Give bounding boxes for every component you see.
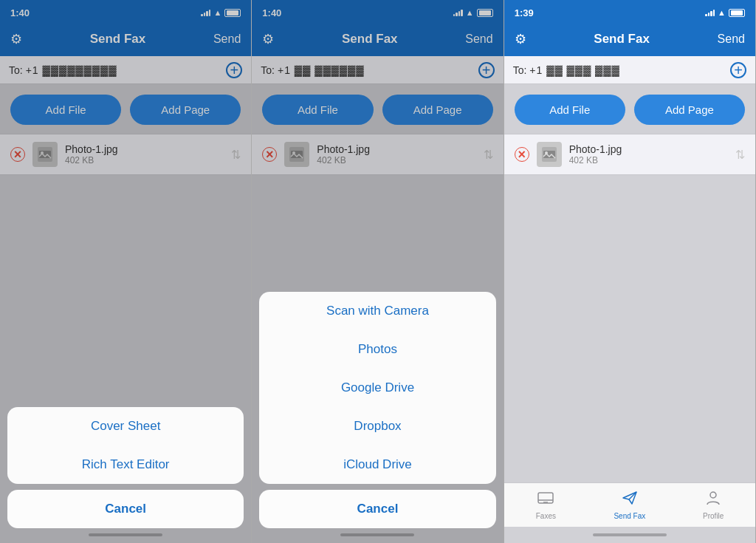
add-page-button-3[interactable]: Add Page bbox=[634, 95, 745, 125]
send-button-3[interactable]: Send bbox=[718, 33, 745, 46]
battery-icon-3 bbox=[729, 9, 745, 17]
tab-faxes[interactable]: Faxes bbox=[504, 483, 588, 527]
action-sheet-1: Cover Sheet Rich Text Editor Cancel bbox=[0, 401, 251, 543]
person-icon bbox=[704, 490, 722, 506]
file-thumbnail-3 bbox=[537, 142, 562, 167]
action-sheet-group-1: Cover Sheet Rich Text Editor bbox=[7, 407, 244, 484]
add-file-button-3[interactable]: Add File bbox=[515, 95, 625, 125]
action-sheet-cancel-1: Cancel bbox=[7, 490, 244, 528]
home-bar-3 bbox=[593, 533, 667, 536]
profile-icon bbox=[704, 490, 722, 510]
file-name-3: Photo-1.jpg bbox=[569, 143, 735, 155]
dropbox-button[interactable]: Dropbox bbox=[259, 407, 495, 445]
status-bar-3: 1:39 ▲ bbox=[504, 0, 755, 24]
file-item-3: × Photo-1.jpg 402 KB ⇅ bbox=[504, 134, 755, 175]
icloud-drive-button[interactable]: iCloud Drive bbox=[259, 445, 495, 484]
status-icons-3: ▲ bbox=[705, 8, 745, 17]
image-icon-3 bbox=[542, 147, 557, 162]
cancel-button-2[interactable]: Cancel bbox=[259, 490, 495, 528]
svg-rect-9 bbox=[538, 493, 553, 503]
remove-file-button-3[interactable]: × bbox=[515, 147, 529, 162]
content-area-3 bbox=[504, 175, 755, 482]
action-sheet-group-2: Scan with Camera Photos Google Drive Dro… bbox=[259, 292, 495, 484]
file-info-3: Photo-1.jpg 402 KB bbox=[569, 143, 735, 165]
to-label-3: To: bbox=[513, 64, 527, 76]
add-buttons-row-3: Add File Add Page bbox=[504, 84, 755, 134]
reorder-icon-3[interactable]: ⇅ bbox=[735, 148, 745, 162]
send-fax-icon bbox=[621, 490, 639, 510]
screen-1: 1:40 ▲ ⚙ Send Fax Send To: +1 ▓▓▓▓▓▓▓▓▓ … bbox=[0, 0, 252, 543]
add-recipient-button-3[interactable]: + bbox=[730, 62, 746, 78]
wifi-icon-3: ▲ bbox=[718, 8, 726, 17]
faxes-label: Faxes bbox=[536, 512, 556, 520]
tab-profile[interactable]: Profile bbox=[672, 483, 755, 527]
inbox-icon bbox=[537, 490, 554, 506]
to-field-3: To: +1 ▓▓ ▓▓▓ ▓▓▓ + bbox=[504, 56, 755, 84]
nav-title-3: Send Fax bbox=[594, 32, 650, 47]
file-size-3: 402 KB bbox=[569, 155, 735, 165]
svg-point-10 bbox=[710, 492, 716, 498]
paper-plane-icon bbox=[621, 490, 639, 506]
google-drive-button[interactable]: Google Drive bbox=[259, 369, 495, 407]
action-sheet-2: Scan with Camera Photos Google Drive Dro… bbox=[252, 286, 503, 543]
screen-3: 1:39 ▲ ⚙ Send Fax Send To: +1 ▓▓ ▓▓▓ ▓▓▓… bbox=[504, 0, 756, 543]
rich-text-editor-button[interactable]: Rich Text Editor bbox=[7, 445, 244, 484]
cancel-button-1[interactable]: Cancel bbox=[7, 490, 244, 528]
screen-2: 1:40 ▲ ⚙ Send Fax Send To: +1 ▓▓ ▓▓▓▓▓▓ … bbox=[252, 0, 504, 543]
to-number-3: +1 ▓▓ ▓▓▓ ▓▓▓ bbox=[529, 64, 730, 76]
tab-bar-3: Faxes Send Fax Profile bbox=[504, 482, 755, 527]
home-indicator-3 bbox=[504, 527, 755, 543]
time-3: 1:39 bbox=[515, 7, 534, 18]
nav-bar-3: ⚙ Send Fax Send bbox=[504, 24, 755, 56]
photos-button[interactable]: Photos bbox=[259, 330, 495, 369]
send-fax-label: Send Fax bbox=[614, 512, 645, 520]
faxes-icon bbox=[537, 490, 554, 510]
cover-sheet-button[interactable]: Cover Sheet bbox=[7, 407, 244, 445]
settings-icon-3[interactable]: ⚙ bbox=[515, 31, 526, 47]
signal-icon-3 bbox=[705, 9, 715, 16]
action-sheet-cancel-2: Cancel bbox=[259, 490, 495, 528]
profile-label: Profile bbox=[703, 512, 724, 520]
tab-send-fax[interactable]: Send Fax bbox=[588, 483, 671, 527]
scan-camera-button[interactable]: Scan with Camera bbox=[259, 292, 495, 330]
